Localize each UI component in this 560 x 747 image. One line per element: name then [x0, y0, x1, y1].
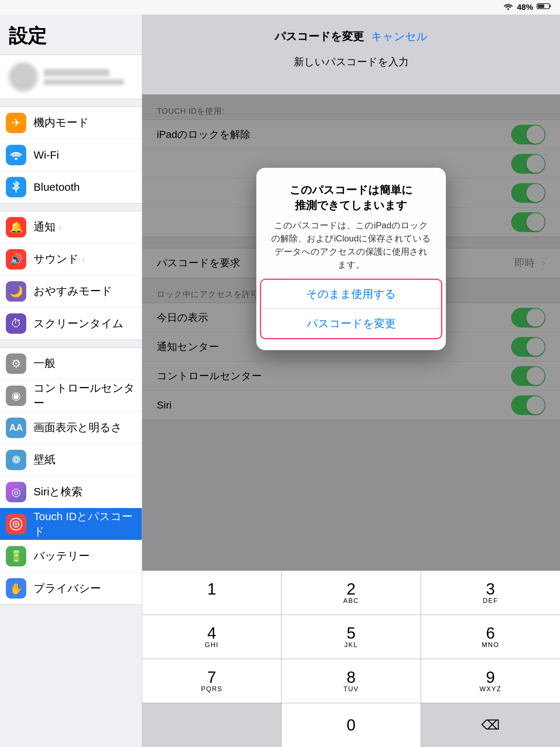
screentime-icon: ⏱	[6, 313, 26, 334]
sidebar-item-sound[interactable]: 🔊 サウンド ›	[0, 243, 142, 275]
keypad-key-delete[interactable]: ⌫	[421, 703, 560, 747]
sidebar-item-donotdisturb[interactable]: 🌙 おやすみモード	[0, 275, 142, 307]
keypad-key-5[interactable]: 5 JKL	[281, 615, 421, 659]
keypad-key-0[interactable]: 0	[281, 703, 421, 747]
alert-title: このパスコードは簡単に推測できてしまいます	[271, 182, 431, 213]
keypad-key-4[interactable]: 4 GHI	[142, 615, 281, 659]
control-icon: ◉	[6, 386, 26, 406]
sidebar-item-controlcenter[interactable]: ◉ コントロールセンター	[0, 380, 142, 412]
donotdisturb-icon: 🌙	[6, 281, 26, 302]
sidebar-item-display[interactable]: AA 画面表示と明るさ	[0, 412, 142, 444]
sidebar-item-label: Touch IDとパスコード	[34, 509, 136, 539]
keypad-row-4: 0 ⌫	[142, 703, 560, 747]
status-bar: 48%	[0, 0, 560, 15]
touchid-icon	[6, 514, 26, 534]
sidebar-profile[interactable]	[0, 55, 142, 99]
passcode-panel-cancel[interactable]: キャンセル	[371, 29, 428, 44]
sidebar-item-notification[interactable]: 🔔 通知 ›	[0, 211, 142, 243]
svg-point-4	[15, 157, 18, 160]
siri-icon: ◎	[6, 482, 26, 502]
wallpaper-icon: ❁	[6, 450, 26, 470]
status-bar-icons: 48%	[503, 3, 551, 12]
sidebar-item-label: 一般	[34, 356, 55, 371]
sidebar-item-label-bluetooth: Bluetooth	[34, 181, 80, 193]
notification-icon: 🔔	[6, 217, 26, 237]
keypad-key-1[interactable]: 1	[142, 571, 281, 615]
sidebar-item-bluetooth[interactable]: Bluetooth	[0, 171, 142, 203]
general-icon: ⚙	[6, 353, 26, 374]
sidebar-item-label: おやすみモード	[34, 284, 112, 299]
key-letters-8: TUV	[343, 685, 359, 693]
sidebar-item-label: バッテリー	[34, 549, 90, 564]
delete-icon: ⌫	[481, 717, 500, 733]
profile-info	[44, 69, 133, 85]
profile-sub	[44, 79, 124, 85]
app-container: 設定 ✈ 機内モード	[0, 15, 560, 747]
sidebar-section-2: 🔔 通知 › 🔊 サウンド › 🌙 おやすみモード ⏱ スクリーンタイム	[0, 211, 142, 340]
battery-percentage: 48%	[517, 3, 533, 12]
key-letters-6: MNO	[482, 641, 499, 649]
sidebar-item-label: スクリーンタイム	[34, 316, 124, 331]
key-letters-7: PQRS	[201, 685, 222, 693]
alert-actions: そのまま使用する パスコードを変更	[260, 279, 442, 339]
keypad-key-3[interactable]: 3 DEF	[421, 571, 560, 615]
key-number-3: 3	[486, 581, 495, 597]
sidebar-section-3: ⚙ 一般 ◉ コントロールセンター AA 画面表示と明るさ ❁ 壁紙 ◎ Sir…	[0, 347, 142, 605]
alert-content: このパスコードは簡単に推測できてしまいます このパスコードは、このiPadのロッ…	[256, 168, 446, 271]
svg-point-0	[507, 8, 509, 10]
passcode-change-panel: パスコードを変更 キャンセル 新しいパスコードを入力	[142, 15, 560, 94]
wifi-settings-icon	[6, 145, 26, 165]
alert-use-anyway-button[interactable]: そのまま使用する	[261, 280, 441, 309]
sidebar-item-wifi[interactable]: Wi-Fi	[0, 139, 142, 171]
sidebar-item-touchid[interactable]: Touch IDとパスコード	[0, 508, 142, 540]
keypad-key-empty	[142, 703, 281, 747]
sidebar-item-screentime[interactable]: ⏱ スクリーンタイム	[0, 307, 142, 340]
sidebar-item-siri[interactable]: ◎ Siriと検索	[0, 476, 142, 508]
passcode-panel-title: パスコードを変更	[275, 29, 364, 44]
key-number-9: 9	[486, 669, 495, 685]
keypad-row-3: 7 PQRS 8 TUV 9 WXYZ	[142, 659, 560, 703]
svg-point-7	[15, 523, 17, 525]
key-letters-2: ABC	[343, 597, 359, 605]
key-number-1: 1	[207, 581, 216, 597]
battery-settings-icon: 🔋	[6, 546, 26, 566]
key-number-5: 5	[347, 625, 355, 641]
key-letters-1	[210, 597, 213, 605]
sidebar-item-label: 壁紙	[34, 452, 55, 467]
sidebar-item-privacy[interactable]: ✋ プライバシー	[0, 572, 142, 604]
key-letters-9: WXYZ	[479, 685, 501, 693]
sidebar-item-label: コントロールセンター	[34, 381, 136, 411]
keypad-key-2[interactable]: 2 ABC	[281, 571, 421, 615]
sidebar-item-battery[interactable]: 🔋 バッテリー	[0, 540, 142, 572]
key-number-4: 4	[207, 625, 216, 641]
key-number-6: 6	[486, 625, 495, 641]
sidebar-item-wallpaper[interactable]: ❁ 壁紙	[0, 444, 142, 476]
keypad-key-9[interactable]: 9 WXYZ	[421, 659, 560, 703]
battery-icon	[537, 3, 551, 12]
keypad-key-7[interactable]: 7 PQRS	[142, 659, 281, 703]
sidebar-item-label: サウンド	[34, 252, 79, 267]
keypad-key-8[interactable]: 8 TUV	[281, 659, 421, 703]
numeric-keypad: 1 2 ABC 3 DEF 4 GHI 5	[142, 570, 560, 747]
sound-icon: 🔊	[6, 249, 26, 270]
sidebar-item-general[interactable]: ⚙ 一般	[0, 348, 142, 380]
sidebar-item-airplane[interactable]: ✈ 機内モード	[0, 107, 142, 139]
sidebar-item-label: Siriと検索	[34, 484, 82, 499]
key-letters-5: JKL	[344, 641, 358, 649]
key-letters-3: DEF	[483, 597, 498, 605]
sidebar: 設定 ✈ 機内モード	[0, 15, 142, 747]
detail-panel: Touch IDとパスコード TOUCH IDを使用: iPadのロックを解除	[142, 15, 560, 747]
privacy-icon: ✋	[6, 578, 26, 599]
sidebar-item-label: 通知	[34, 220, 55, 235]
svg-rect-3	[538, 4, 544, 8]
key-letters-4: GHI	[205, 641, 219, 649]
key-number-2: 2	[347, 581, 355, 597]
sidebar-item-label: 機内モード	[34, 115, 89, 130]
key-number-0: 0	[347, 717, 355, 733]
sidebar-item-label: 画面表示と明るさ	[34, 420, 122, 435]
keypad-key-6[interactable]: 6 MNO	[421, 615, 560, 659]
alert-message: このパスコードは、このiPadのロックの解除、およびiCloudに保存されている…	[271, 219, 431, 271]
sidebar-item-label: Wi-Fi	[34, 149, 59, 161]
alert-change-passcode-button[interactable]: パスコードを変更	[261, 309, 441, 338]
sidebar-item-label: プライバシー	[34, 581, 101, 596]
